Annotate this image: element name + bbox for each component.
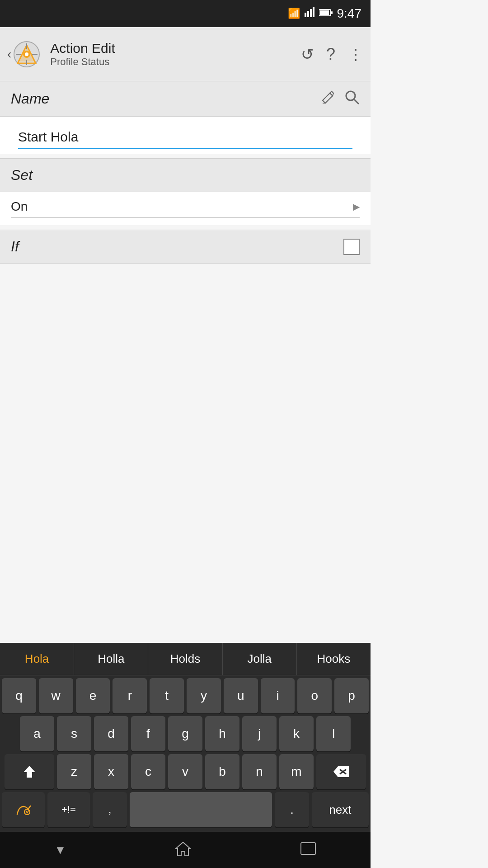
key-i[interactable]: i bbox=[261, 678, 295, 713]
svg-point-17 bbox=[346, 91, 355, 100]
set-dropdown[interactable]: On ▶ bbox=[11, 199, 360, 218]
backspace-key[interactable] bbox=[316, 754, 366, 789]
svg-rect-25 bbox=[301, 843, 315, 854]
key-v[interactable]: v bbox=[168, 754, 202, 789]
signal-icon bbox=[305, 7, 314, 20]
key-row-3: z x c v b n m bbox=[2, 754, 369, 789]
key-r[interactable]: r bbox=[113, 678, 147, 713]
key-row-2: a s d f g h j k l bbox=[2, 716, 369, 751]
back-chevron: ‹ bbox=[7, 47, 11, 61]
suggestion-hooks[interactable]: Hooks bbox=[297, 643, 371, 675]
app-title-group: Action Edit Profile Status bbox=[50, 41, 301, 68]
dropdown-arrow-icon: ▶ bbox=[353, 201, 360, 212]
key-c[interactable]: c bbox=[131, 754, 165, 789]
key-n[interactable]: n bbox=[242, 754, 277, 789]
period-key[interactable]: . bbox=[275, 792, 309, 827]
key-l[interactable]: l bbox=[316, 716, 351, 751]
key-u[interactable]: u bbox=[224, 678, 258, 713]
nav-back-button[interactable]: ▼ bbox=[54, 843, 66, 857]
svg-marker-20 bbox=[333, 766, 349, 777]
svg-rect-1 bbox=[307, 11, 309, 17]
keyboard-rows: q w e r t y u i o p a s d f g h j k l bbox=[0, 675, 371, 832]
svg-marker-19 bbox=[23, 766, 35, 778]
swipe-key[interactable] bbox=[2, 792, 45, 827]
app-bar-actions: ↺ ? ⋮ bbox=[301, 45, 363, 64]
back-button[interactable]: ‹ bbox=[7, 41, 47, 68]
search-icon[interactable] bbox=[344, 90, 360, 108]
key-a[interactable]: a bbox=[20, 716, 54, 751]
key-g[interactable]: g bbox=[168, 716, 202, 751]
svg-marker-24 bbox=[176, 842, 190, 856]
dropdown-value: On bbox=[11, 199, 28, 214]
key-y[interactable]: y bbox=[187, 678, 221, 713]
svg-rect-3 bbox=[313, 7, 314, 17]
key-x[interactable]: x bbox=[94, 754, 128, 789]
set-section-header: Set bbox=[0, 158, 371, 192]
refresh-button[interactable]: ↺ bbox=[301, 45, 314, 63]
svg-line-18 bbox=[354, 99, 359, 104]
shift-key[interactable] bbox=[5, 754, 54, 789]
set-section: Set On ▶ bbox=[0, 158, 371, 225]
status-bar: 📶 9:47 bbox=[0, 0, 371, 27]
status-time: 9:47 bbox=[337, 6, 362, 21]
key-o[interactable]: o bbox=[297, 678, 332, 713]
suggestion-holds[interactable]: Holds bbox=[148, 643, 222, 675]
app-bar: ‹ Action Edit Profile Status ↺ ? ⋮ bbox=[0, 27, 371, 81]
if-section-header: If bbox=[0, 230, 371, 264]
suggestion-jolla[interactable]: Jolla bbox=[223, 643, 297, 675]
comma-key[interactable]: , bbox=[93, 792, 127, 827]
name-label: Name bbox=[11, 90, 49, 107]
nav-recent-button[interactable] bbox=[300, 842, 316, 859]
svg-rect-5 bbox=[320, 10, 329, 15]
key-b[interactable]: b bbox=[205, 754, 239, 789]
edit-icon[interactable] bbox=[321, 90, 335, 108]
key-t[interactable]: t bbox=[150, 678, 184, 713]
next-key[interactable]: Next bbox=[312, 792, 369, 827]
help-button[interactable]: ? bbox=[326, 45, 335, 64]
set-content: On ▶ bbox=[0, 192, 371, 225]
svg-point-11 bbox=[25, 52, 28, 56]
input-container bbox=[0, 117, 371, 154]
key-k[interactable]: k bbox=[279, 716, 314, 751]
nav-bar: ▼ bbox=[0, 832, 371, 868]
set-label: Set bbox=[11, 167, 33, 184]
suggestion-holla[interactable]: Holla bbox=[74, 643, 148, 675]
if-section: If bbox=[0, 230, 371, 264]
key-q[interactable]: q bbox=[2, 678, 36, 713]
key-p[interactable]: p bbox=[334, 678, 369, 713]
suggestion-hola[interactable]: Hola bbox=[0, 643, 74, 675]
key-z[interactable]: z bbox=[57, 754, 91, 789]
status-icons: 📶 9:47 bbox=[288, 6, 362, 21]
app-icon bbox=[13, 41, 40, 68]
nav-home-button[interactable] bbox=[175, 840, 191, 860]
content-area: Name Set O bbox=[0, 81, 371, 264]
key-j[interactable]: j bbox=[242, 716, 277, 751]
key-row-1: q w e r t y u i o p bbox=[2, 678, 369, 713]
key-h[interactable]: h bbox=[205, 716, 239, 751]
key-s[interactable]: s bbox=[57, 716, 91, 751]
name-section-actions bbox=[321, 90, 360, 108]
symbols-key[interactable]: +!= bbox=[47, 792, 90, 827]
key-row-4: +!= , . Next bbox=[2, 792, 369, 827]
key-e[interactable]: e bbox=[76, 678, 110, 713]
app-title: Action Edit bbox=[50, 41, 301, 56]
key-m[interactable]: m bbox=[279, 754, 314, 789]
app-subtitle: Profile Status bbox=[50, 56, 301, 68]
key-w[interactable]: w bbox=[39, 678, 73, 713]
name-section-header: Name bbox=[0, 81, 371, 117]
svg-rect-6 bbox=[331, 11, 333, 14]
battery-icon bbox=[319, 8, 333, 19]
suggestions-row: Hola Holla Holds Jolla Hooks bbox=[0, 643, 371, 675]
keyboard: Hola Holla Holds Jolla Hooks q w e r t y… bbox=[0, 643, 371, 832]
svg-rect-2 bbox=[310, 9, 312, 17]
space-key[interactable] bbox=[130, 792, 272, 827]
if-label: If bbox=[11, 238, 19, 255]
name-input[interactable] bbox=[18, 126, 352, 149]
svg-rect-0 bbox=[305, 13, 306, 17]
if-checkbox[interactable] bbox=[343, 239, 360, 255]
key-d[interactable]: d bbox=[94, 716, 128, 751]
key-f[interactable]: f bbox=[131, 716, 165, 751]
more-button[interactable]: ⋮ bbox=[348, 45, 363, 63]
wifi-icon: 📶 bbox=[288, 8, 300, 19]
